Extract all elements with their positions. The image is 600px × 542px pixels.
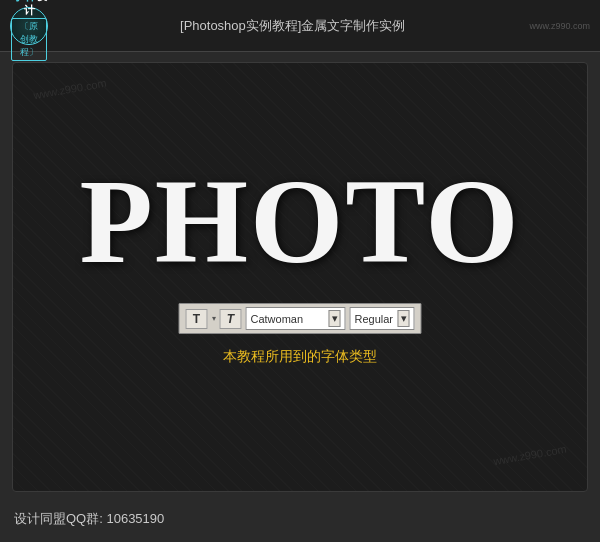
- italic-text-button[interactable]: T: [220, 309, 242, 329]
- caption-text: 本教程所用到的字体类型: [13, 348, 587, 366]
- dropdown-arrow-t: ▾: [212, 314, 216, 323]
- header-watermark: www.z990.com: [529, 21, 590, 31]
- font-toolbar: T ▾ T Catwoman ▾ Regular ▾: [179, 303, 422, 334]
- main-display-text: PHOTO: [13, 153, 587, 291]
- font-style-select[interactable]: Regular ▾: [350, 307, 415, 330]
- footer-text: 设计同盟QQ群: 10635190: [14, 510, 164, 528]
- style-dropdown-arrow[interactable]: ▾: [398, 310, 410, 327]
- main-canvas: www.z990.com www.z990.com PHOTO T ▾ T Ca…: [12, 62, 588, 492]
- watermark-top-left: www.z990.com: [33, 77, 108, 102]
- text-tool-button[interactable]: T: [186, 309, 208, 329]
- font-style-value: Regular: [355, 313, 394, 325]
- font-dropdown-arrow[interactable]: ▾: [329, 310, 341, 327]
- font-name-select[interactable]: Catwoman ▾: [246, 307, 346, 330]
- header: 小林设计 〔原创教程〕 [Photoshop实例教程]金属文字制作实例 www.…: [0, 0, 600, 52]
- logo-decoration: 小林设计 〔原创教程〕: [10, 7, 48, 45]
- font-name-value: Catwoman: [251, 313, 325, 325]
- logo-subtitle: 〔原创教程〕: [11, 18, 47, 61]
- watermark-bottom-right: www.z990.com: [493, 443, 568, 468]
- logo-name: 小林设计: [11, 0, 47, 17]
- footer: 设计同盟QQ群: 10635190: [0, 502, 600, 536]
- header-title: [Photoshop实例教程]金属文字制作实例: [56, 17, 529, 35]
